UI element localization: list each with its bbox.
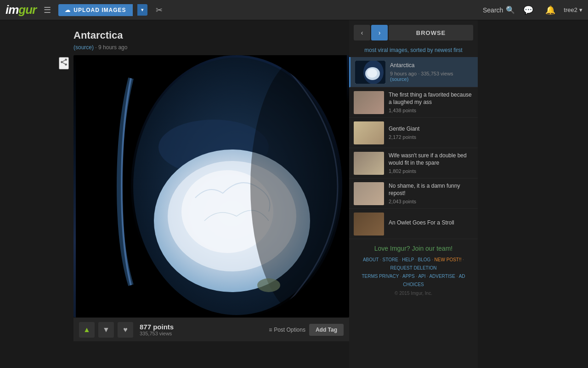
header: imgur ☰ ☁ UPLOAD IMAGES ▾ ✂ Search 🔍 💬 🔔…: [0, 0, 588, 20]
shuffle-button[interactable]: ✂: [152, 3, 166, 17]
main-image-container: [74, 55, 349, 317]
search-label: Search: [483, 6, 503, 14]
feed-item-title: Antarctica: [390, 62, 473, 69]
upload-dropdown-button[interactable]: ▾: [137, 4, 147, 16]
copyright-text: © 2015 Imgur, Inc.: [354, 291, 473, 296]
post-actions-bar: ▲ ▼ ♥ 877 points 335,753 views ≡ Post Op…: [74, 317, 349, 341]
logo: imgur: [6, 3, 36, 17]
sidebar-footer: Love Imgur? Join our team! ABOUT · STORE…: [349, 239, 478, 299]
feed-item-source: (source): [390, 76, 473, 82]
new-post-link[interactable]: NEW POST!!: [435, 257, 462, 262]
username-label: tree2: [564, 6, 577, 13]
feed-item-title: An Owlet Goes For a Stroll: [389, 219, 473, 227]
apps-link[interactable]: APPS: [402, 274, 415, 279]
feed-thumbnail: [354, 91, 384, 114]
store-link[interactable]: STORE: [383, 257, 398, 262]
post-time: · 9 hours ago: [95, 44, 127, 51]
antarctica-image: [74, 55, 349, 317]
main-image: [74, 55, 349, 317]
advertise-link[interactable]: ADVERTISE: [429, 274, 455, 279]
feed-item-meta: 1,802 points: [389, 168, 473, 174]
feed-item-meta: 1,438 points: [389, 108, 473, 113]
post-options-button[interactable]: ≡ Post Options: [269, 327, 305, 333]
right-sidebar: ‹ › BROWSE most viral images, sorted by …: [349, 20, 478, 368]
svg-point-0: [65, 59, 67, 61]
post-meta: (source) · 9 hours ago: [74, 44, 349, 51]
request-deletion-link[interactable]: REQUEST DELETION: [390, 265, 437, 270]
feed-thumbnail: [354, 213, 384, 236]
post-container: Antarctica (source) · 9 hours ago: [74, 20, 349, 368]
feed-item[interactable]: Antarctica 9 hours ago · 335,753 views (…: [349, 57, 478, 87]
search-area: Search 🔍: [483, 6, 515, 14]
feed-thumb-image: [355, 61, 385, 84]
upload-images-button[interactable]: ☁ UPLOAD IMAGES: [58, 4, 132, 16]
favorite-button[interactable]: ♥: [118, 322, 133, 338]
feed-item[interactable]: The first thing a favorited because a la…: [349, 87, 478, 118]
svg-point-20: [367, 69, 377, 78]
hamburger-button[interactable]: ☰: [41, 3, 54, 17]
feed-item[interactable]: No shame, it is a damn funny repost! 2,0…: [349, 178, 478, 209]
feed-item-title: The first thing a favorited because a la…: [389, 92, 473, 106]
next-button[interactable]: ›: [371, 25, 388, 40]
upvote-button[interactable]: ▲: [79, 322, 95, 338]
blog-link[interactable]: BLOG: [418, 257, 430, 262]
points-label: 877 points: [140, 323, 265, 331]
feed-thumbnail: [355, 61, 385, 84]
post-title: Antarctica: [74, 29, 349, 41]
help-link[interactable]: HELP: [402, 257, 414, 262]
svg-point-2: [65, 63, 67, 66]
browse-button[interactable]: BROWSE: [389, 25, 473, 40]
feed-item-meta: 9 hours ago · 335,753 views: [390, 71, 473, 76]
feed-item-info: An Owlet Goes For a Stroll: [389, 219, 473, 228]
feed-item-title: Wife wasn't sure if a double bed would f…: [389, 152, 473, 167]
api-link[interactable]: API: [418, 274, 425, 279]
feed-item-info: No shame, it is a damn funny repost! 2,0…: [389, 183, 473, 204]
user-menu[interactable]: tree2 ▾: [564, 6, 582, 13]
add-tag-button[interactable]: Add Tag: [309, 324, 344, 336]
footer-links: ABOUT · STORE · HELP · BLOG · NEW POST!!…: [354, 256, 473, 289]
main-layout: Antarctica (source) · 9 hours ago: [0, 20, 588, 368]
feed-list: Antarctica 9 hours ago · 335,753 views (…: [349, 57, 478, 239]
sort-info: most viral images, sorted by newest firs…: [349, 45, 478, 57]
upload-images-label: UPLOAD IMAGES: [74, 7, 126, 13]
source-link[interactable]: (source): [74, 44, 94, 51]
upload-cloud-icon: ☁: [65, 7, 71, 13]
search-icon: 🔍: [506, 6, 515, 14]
downvote-button[interactable]: ▼: [98, 322, 114, 338]
feed-thumbnail: [354, 182, 384, 205]
feed-thumbnail: [354, 152, 384, 175]
sidebar-nav: ‹ › BROWSE: [349, 25, 478, 40]
svg-line-3: [62, 63, 65, 64]
feed-item[interactable]: Gentle Giant 2,172 points: [349, 118, 478, 148]
svg-point-16: [257, 278, 280, 292]
user-dropdown-icon: ▾: [579, 6, 582, 13]
views-label: 335,753 views: [140, 331, 265, 336]
messages-button[interactable]: 💬: [520, 3, 537, 17]
share-button[interactable]: [59, 57, 69, 69]
list-icon: ≡: [269, 327, 272, 333]
feed-item[interactable]: Wife wasn't sure if a double bed would f…: [349, 148, 478, 178]
feed-item-meta: 2,172 points: [389, 134, 473, 140]
points-info: 877 points 335,753 views: [140, 323, 265, 336]
left-sidebar: [0, 20, 74, 368]
svg-line-4: [62, 60, 65, 62]
post-options-label: Post Options: [274, 327, 305, 333]
feed-item-meta: 2,043 points: [389, 199, 473, 204]
feed-thumbnail: [354, 121, 384, 144]
sort-text: most viral images, sorted by: [364, 47, 433, 53]
sort-by: newest first: [435, 47, 463, 53]
prev-button[interactable]: ‹: [354, 25, 370, 40]
feed-item-info: Wife wasn't sure if a double bed would f…: [389, 152, 473, 173]
terms-link[interactable]: TERMS PRIVACY: [362, 274, 399, 279]
feed-item-info: The first thing a favorited because a la…: [389, 92, 473, 113]
feed-item-title: Gentle Giant: [389, 126, 473, 133]
svg-point-1: [61, 61, 63, 63]
feed-item-info: Antarctica 9 hours ago · 335,753 views (…: [390, 62, 473, 82]
notifications-button[interactable]: 🔔: [542, 3, 559, 17]
about-link[interactable]: ABOUT: [363, 257, 379, 262]
feed-item[interactable]: An Owlet Goes For a Stroll: [349, 209, 478, 239]
feed-item-info: Gentle Giant 2,172 points: [389, 126, 473, 140]
feed-item-title: No shame, it is a damn funny repost!: [389, 183, 473, 197]
join-team-text: Love Imgur? Join our team!: [354, 245, 473, 252]
